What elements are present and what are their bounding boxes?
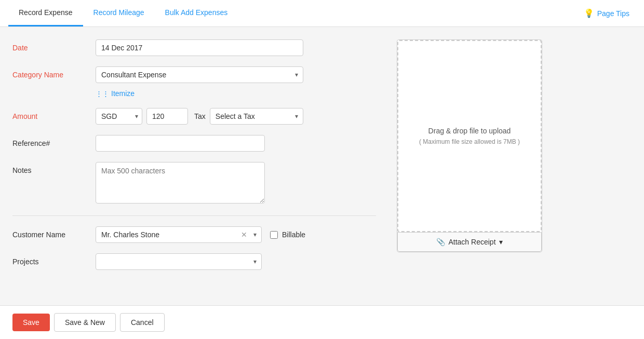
save-new-button[interactable]: Save & New [54, 313, 116, 332]
tax-select-wrapper: Select a Tax GST 7% GST 9% No Tax [210, 108, 303, 125]
category-row: Category Name Consultant Expense Travel … [12, 66, 376, 83]
customer-clear-button[interactable]: ✕ [241, 230, 247, 239]
tax-select[interactable]: Select a Tax GST 7% GST 9% No Tax [210, 108, 303, 125]
projects-select[interactable] [96, 253, 262, 270]
date-row: Date [12, 39, 376, 56]
projects-select-wrapper [96, 253, 262, 270]
date-control [96, 39, 376, 56]
currency-select[interactable]: SGD USD EUR GBP [96, 108, 142, 125]
category-select[interactable]: Consultant Expense Travel Meals Office S… [96, 66, 303, 83]
date-input[interactable] [96, 39, 303, 56]
receipt-wrapper: Drag & drop file to upload ( Maximum fil… [397, 39, 542, 252]
receipt-drop-main: Drag & drop file to upload [419, 125, 520, 137]
receipt-attach-bar: 📎 Attach Receipt ▾ [397, 232, 542, 252]
receipt-upload-area[interactable]: Drag & drop file to upload ( Maximum fil… [397, 40, 542, 232]
customer-control: Mr. Charles Stone Ms. Jane Doe ✕ ▾ Billa… [96, 226, 376, 243]
tab-bulk-add-expenses[interactable]: Bulk Add Expenses [155, 0, 238, 26]
amount-control: SGD USD EUR GBP Tax Select a Tax GST 7% [96, 108, 376, 125]
paperclip-icon: 📎 [436, 238, 445, 246]
notes-control [96, 162, 376, 205]
form-section: Date Category Name Consultant Expense Tr… [12, 39, 376, 293]
category-control: Consultant Expense Travel Meals Office S… [96, 66, 376, 83]
notes-textarea[interactable] [96, 162, 265, 204]
projects-label: Projects [12, 253, 96, 266]
page-tips-label: Page Tips [597, 9, 629, 18]
amount-input[interactable] [146, 108, 188, 125]
reference-input[interactable] [96, 135, 265, 152]
tabs-bar: Record Expense Record Mileage Bulk Add E… [0, 0, 644, 27]
attach-receipt-chevron: ▾ [499, 238, 503, 246]
billable-wrapper: Billable [270, 230, 305, 239]
notes-label: Notes [12, 162, 96, 174]
page-tips-button[interactable]: 💡 Page Tips [578, 4, 636, 22]
tax-label: Tax [194, 112, 206, 120]
receipt-section: Drag & drop file to upload ( Maximum fil… [397, 39, 542, 293]
customer-row: Customer Name Mr. Charles Stone Ms. Jane… [12, 226, 376, 243]
page-container: Record Expense Record Mileage Bulk Add E… [0, 0, 644, 339]
tab-record-mileage[interactable]: Record Mileage [83, 0, 155, 26]
divider [12, 215, 376, 216]
customer-label: Customer Name [12, 226, 96, 239]
tab-record-expense[interactable]: Record Expense [8, 0, 83, 26]
billable-checkbox[interactable] [270, 231, 278, 239]
itemize-icon: ⋮⋮ [96, 90, 109, 98]
receipt-drop-text: Drag & drop file to upload ( Maximum fil… [419, 125, 520, 147]
footer-actions: Save Save & New Cancel [0, 305, 644, 339]
projects-row: Projects [12, 253, 376, 270]
save-button[interactable]: Save [12, 314, 50, 331]
reference-control [96, 135, 376, 152]
customer-select[interactable]: Mr. Charles Stone Ms. Jane Doe [96, 226, 262, 243]
customer-input-wrapper: Mr. Charles Stone Ms. Jane Doe ✕ ▾ [96, 226, 262, 243]
cancel-button[interactable]: Cancel [120, 313, 165, 332]
currency-select-wrapper: SGD USD EUR GBP [96, 108, 142, 125]
amount-label: Amount [12, 108, 96, 120]
attach-receipt-button[interactable]: 📎 Attach Receipt ▾ [436, 238, 502, 246]
amount-controls: SGD USD EUR GBP Tax Select a Tax GST 7% [96, 108, 376, 125]
attach-receipt-label: Attach Receipt [448, 238, 495, 246]
date-label: Date [12, 39, 96, 52]
itemize-row: ⋮⋮ Itemize [96, 89, 376, 98]
amount-row: Amount SGD USD EUR GBP Tax [12, 108, 376, 125]
category-select-wrapper: Consultant Expense Travel Meals Office S… [96, 66, 303, 83]
reference-label: Reference# [12, 135, 96, 147]
main-content: Date Category Name Consultant Expense Tr… [0, 27, 644, 305]
reference-row: Reference# [12, 135, 376, 152]
category-label: Category Name [12, 66, 96, 79]
billable-label: Billable [282, 230, 305, 239]
itemize-link[interactable]: Itemize [111, 89, 135, 98]
projects-control [96, 253, 376, 270]
lightbulb-icon: 💡 [584, 8, 594, 18]
receipt-drop-subtext: ( Maximum file size allowed is 7MB ) [419, 137, 520, 147]
notes-row: Notes [12, 162, 376, 205]
